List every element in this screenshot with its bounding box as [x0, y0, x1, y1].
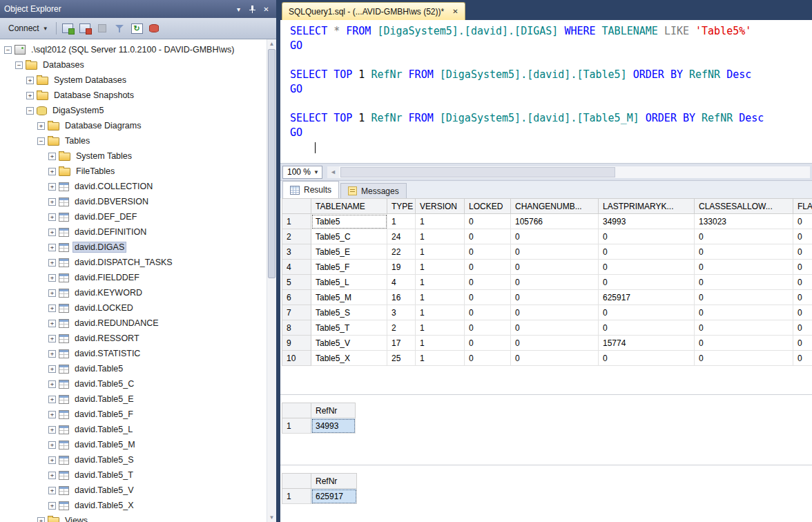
tree-item[interactable]: +david.DIGAS [0, 240, 267, 255]
tree-item[interactable]: +Database Diagrams [0, 118, 267, 133]
row-number-cell[interactable]: 5 [282, 275, 311, 290]
tree-item[interactable]: −DigaSystem5 [0, 103, 267, 118]
tree-expand-glyph[interactable]: + [48, 274, 56, 282]
tree-item[interactable]: +FileTables [0, 164, 267, 179]
tab-messages[interactable]: Messages [340, 183, 407, 198]
tree-item-label[interactable]: Databases [41, 59, 86, 70]
grid-cell[interactable]: 0 [599, 320, 695, 336]
tree-item[interactable]: +david.DBVERSION [0, 194, 267, 209]
tree-collapse-glyph[interactable]: − [26, 107, 34, 115]
grid-cell[interactable]: 16 [387, 290, 416, 305]
column-header[interactable]: TABLENAME [311, 199, 387, 214]
tree-item-label[interactable]: david.REDUNDANCE [72, 318, 161, 329]
grid-cell[interactable]: 0 [695, 229, 793, 244]
grid-cell[interactable]: 0 [599, 229, 695, 244]
tree-expand-glyph[interactable]: + [48, 472, 56, 479]
scroll-down-icon[interactable]: ▼ [267, 513, 276, 522]
tree-item[interactable]: +david.LOCKED [0, 300, 267, 316]
tree-collapse-glyph[interactable]: − [15, 61, 23, 69]
grid-cell[interactable]: 105766 [511, 214, 599, 229]
tree-item-label[interactable]: david.COLLECTION [72, 181, 155, 192]
tree-expand-glyph[interactable]: + [48, 198, 56, 206]
tree-item[interactable]: +david.Table5_F [0, 407, 267, 422]
grid-cell[interactable]: 25 [387, 351, 416, 366]
tree-item-label[interactable]: david.Table5_C [72, 378, 136, 389]
stop-button[interactable] [95, 21, 110, 37]
tree-expand-glyph[interactable]: + [48, 320, 56, 327]
tree-item[interactable]: +david.Table5_S [0, 452, 267, 467]
column-header[interactable]: VERSION [416, 199, 465, 214]
tree-expand-glyph[interactable]: + [48, 153, 56, 160]
grid-cell[interactable]: 4 [387, 275, 416, 290]
tree-expand-glyph[interactable]: + [48, 213, 56, 221]
grid-cell[interactable]: 0 [793, 336, 812, 351]
tree-item[interactable]: −Databases [0, 57, 267, 72]
reports-button[interactable] [146, 21, 162, 37]
row-number-cell[interactable]: 1 [282, 214, 311, 229]
tree-expand-glyph[interactable]: + [48, 259, 56, 267]
pin-icon[interactable] [246, 4, 258, 14]
tree-item-label[interactable]: david.KEYWORD [72, 287, 144, 298]
grid-cell[interactable]: 1 [416, 214, 465, 229]
column-header[interactable]: RefNr [311, 474, 357, 489]
close-icon[interactable]: ✕ [260, 4, 272, 14]
row-number-cell[interactable]: 1 [282, 418, 311, 434]
tree-item[interactable]: −Tables [0, 133, 267, 148]
tree-item[interactable]: +david.DISPATCH_TASKS [0, 255, 267, 270]
grid-cell[interactable]: 0 [511, 336, 599, 351]
grid-cell[interactable]: 0 [695, 320, 793, 336]
disconnect-server-button[interactable] [77, 21, 93, 37]
row-number-cell[interactable]: 2 [282, 229, 311, 244]
tree-expand-glyph[interactable]: + [48, 456, 56, 464]
sql-editor[interactable]: SELECT * FROM [DigaSystem5].[david].[DIG… [280, 20, 812, 163]
tree-expand-glyph[interactable]: + [26, 77, 34, 84]
tree-expand-glyph[interactable]: + [37, 122, 45, 130]
grid-cell[interactable]: 0 [465, 351, 511, 366]
grid-cell[interactable]: 0 [695, 260, 793, 275]
grid-cell[interactable]: 3 [387, 305, 416, 320]
grid-cell[interactable]: Table5_F [311, 260, 387, 275]
tree-expand-glyph[interactable]: + [48, 229, 56, 236]
tree-item-label[interactable]: Database Snapshots [52, 90, 136, 101]
grid-cell[interactable]: 0 [599, 260, 695, 275]
grid-cell[interactable]: 2 [387, 320, 416, 336]
grid-cell[interactable]: Table5_M [311, 290, 387, 305]
tree-item-label[interactable]: david.Table5_S [72, 454, 135, 465]
grid-cell[interactable]: 0 [599, 275, 695, 290]
row-number-cell[interactable]: 1 [282, 489, 311, 504]
tree-item-label[interactable]: david.Table5 [72, 363, 125, 374]
grid-cell[interactable]: 0 [793, 351, 812, 366]
tree-expand-glyph[interactable]: + [48, 426, 56, 434]
column-header[interactable]: FLA [793, 199, 812, 214]
tree-item-label[interactable]: david.Table5_X [72, 500, 135, 511]
tree-item-label[interactable]: david.DBVERSION [72, 196, 151, 207]
select-all-cell[interactable] [282, 403, 311, 418]
grid-cell[interactable]: 0 [695, 244, 793, 260]
tree-item[interactable]: +david.COLLECTION [0, 179, 267, 194]
object-explorer-tree[interactable]: −.\sql2012 (SQL Server 11.0.2100 - DAVID… [0, 39, 267, 522]
grid-cell[interactable]: 1 [416, 305, 465, 320]
column-header[interactable]: LASTPRIMARYK... [599, 199, 695, 214]
grid-cell[interactable]: Table5_X [311, 351, 387, 366]
tree-item-label[interactable]: Database Diagrams [63, 120, 143, 131]
grid-cell[interactable]: 0 [465, 229, 511, 244]
grid-cell[interactable]: 1 [416, 244, 465, 260]
grid-cell[interactable]: 0 [695, 351, 793, 366]
row-number-cell[interactable]: 7 [282, 305, 311, 320]
grid-cell[interactable]: 1 [387, 214, 416, 229]
tree-item-label[interactable]: david.RESSORT [72, 333, 142, 344]
column-header[interactable]: RefNr [311, 403, 356, 418]
tree-item[interactable]: +david.FIELDDEF [0, 270, 267, 285]
grid-cell[interactable]: Table5_S [311, 305, 387, 320]
grid-cell[interactable]: 0 [793, 290, 812, 305]
grid-cell[interactable]: 133023 [695, 214, 793, 229]
grid-cell[interactable]: 0 [695, 290, 793, 305]
grid-cell[interactable]: 1 [416, 336, 465, 351]
tree-item-label[interactable]: david.Table5_F [72, 409, 135, 420]
tree-expand-glyph[interactable]: + [48, 441, 56, 449]
tab-results[interactable]: Results [282, 181, 339, 198]
grid-cell[interactable]: Table5 [311, 214, 387, 229]
object-explorer-titlebar[interactable]: Object Explorer ▾ ✕ [0, 0, 276, 18]
scrollbar-thumb[interactable] [268, 49, 276, 278]
grid-cell[interactable]: 0 [511, 290, 599, 305]
